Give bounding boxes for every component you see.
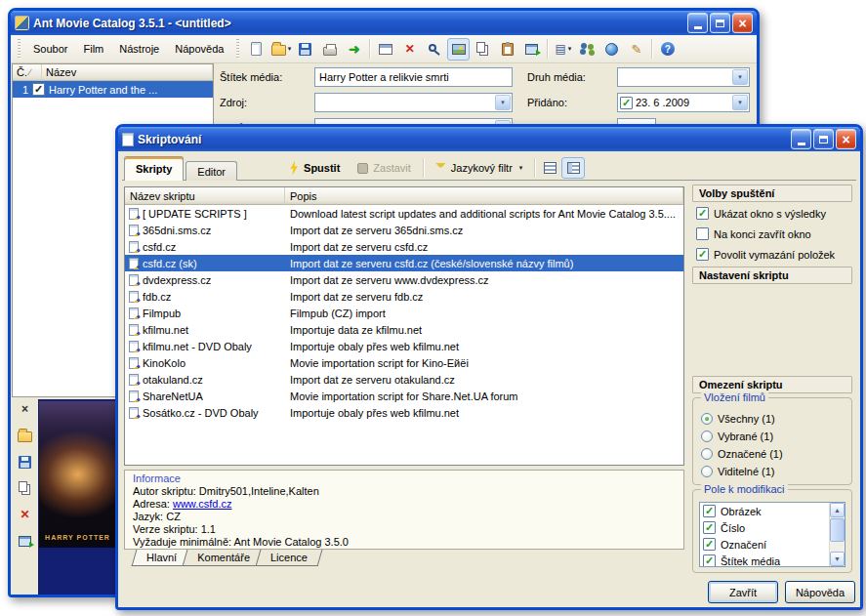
toolbar-grip[interactable] bbox=[236, 39, 239, 59]
load-picture-button[interactable] bbox=[15, 427, 36, 444]
minimize-button[interactable] bbox=[687, 13, 708, 33]
radio-button[interactable] bbox=[701, 431, 713, 442]
added-date-combo[interactable]: ✓ 23. 6 .2009 ▼ bbox=[617, 93, 750, 112]
export-button[interactable] bbox=[520, 38, 543, 61]
paste-button[interactable] bbox=[496, 38, 518, 61]
script-row[interactable]: csfd.cz (sk)Import dat ze serveru csfd.c… bbox=[125, 255, 683, 271]
language-filter-button[interactable]: Jazykový filtr ▾ bbox=[427, 157, 531, 179]
save-picture-button[interactable] bbox=[15, 453, 36, 471]
movie-poster[interactable]: HARRY POTTER bbox=[39, 401, 116, 548]
info-tab-licence[interactable]: Licence bbox=[258, 550, 320, 566]
copy-picture-button[interactable] bbox=[15, 479, 36, 497]
menu-item-3[interactable]: Nápověda bbox=[167, 39, 231, 59]
script-row[interactable]: fdb.czImport dat ze serveru fdb.cz bbox=[125, 288, 683, 305]
script-row[interactable]: [ UPDATE SCRIPTS ]Download latest script… bbox=[125, 205, 683, 222]
chevron-down-icon[interactable]: ▼ bbox=[495, 95, 511, 110]
script-row[interactable]: ShareNetUAMovie importation script for S… bbox=[125, 388, 683, 404]
script-row[interactable]: dvdexpress.czImport dat ze serveru www.d… bbox=[125, 271, 683, 288]
checkbox[interactable]: ✓ bbox=[703, 554, 716, 567]
script-row[interactable]: KinoKoloMovie importation script for Kin… bbox=[125, 354, 683, 371]
script-row[interactable]: Sosátko.cz - DVD ObalyImportuje obaly př… bbox=[125, 404, 683, 421]
scroll-down-icon[interactable]: ▼ bbox=[830, 552, 845, 566]
column-header-title[interactable]: Název bbox=[42, 64, 213, 81]
tab-skripty[interactable]: Skripty bbox=[124, 156, 184, 181]
menu-item-2[interactable]: Nástroje bbox=[111, 39, 167, 59]
checkbox[interactable]: ✓ bbox=[620, 97, 633, 109]
column-header-number[interactable]: Č. ∕ bbox=[13, 64, 42, 81]
add-movie-button[interactable] bbox=[374, 38, 396, 61]
chevron-down-icon[interactable]: ▼ bbox=[732, 95, 748, 110]
web-button[interactable] bbox=[600, 38, 623, 61]
print-button[interactable] bbox=[318, 38, 341, 61]
close-button[interactable]: × bbox=[732, 13, 753, 33]
field-option[interactable]: ✓Označení bbox=[700, 536, 845, 553]
picture-window-button[interactable] bbox=[15, 532, 36, 550]
script-name-cell: Filmpub bbox=[125, 308, 285, 319]
movie-row[interactable]: 1 ✓ Harry Potter and the ... bbox=[13, 81, 213, 98]
scroll-up-icon[interactable]: ▲ bbox=[830, 503, 845, 517]
menu-item-1[interactable]: Film bbox=[75, 39, 111, 59]
script-row[interactable]: 365dni.sms.czImport dat ze serveru 365dn… bbox=[125, 222, 683, 238]
help-button[interactable]: ? bbox=[656, 38, 679, 61]
field-option[interactable]: ✓Obrázek bbox=[700, 503, 845, 519]
script-row[interactable]: FilmpubFilmpub (CZ) import bbox=[125, 305, 683, 321]
dialog-titlebar[interactable]: Skriptování × bbox=[118, 127, 860, 151]
radio-button[interactable] bbox=[701, 466, 713, 477]
help-button[interactable]: Nápověda bbox=[785, 581, 855, 603]
radio-button[interactable] bbox=[701, 413, 713, 425]
view-list-button[interactable] bbox=[538, 157, 561, 179]
script-row[interactable]: otakuland.czImport dat ze serveru otakul… bbox=[125, 371, 683, 388]
media-label-label: Štítek média: bbox=[220, 71, 282, 83]
import-button[interactable]: ➜ bbox=[343, 38, 365, 61]
scroll-thumb[interactable] bbox=[830, 518, 845, 542]
info-tab-komentare[interactable]: Komentáře bbox=[185, 550, 263, 566]
minimize-button[interactable] bbox=[791, 129, 811, 149]
menu-item-0[interactable]: Soubor bbox=[25, 39, 75, 59]
loans-button[interactable] bbox=[576, 38, 598, 61]
picture-button[interactable] bbox=[447, 38, 470, 61]
checkbox[interactable]: ✓ bbox=[703, 538, 716, 551]
script-editor-button[interactable]: ✎ bbox=[625, 38, 647, 61]
checkbox[interactable]: ✓ bbox=[703, 521, 716, 534]
checkbox[interactable]: ✓ bbox=[696, 248, 709, 261]
checkbox[interactable]: ✓ bbox=[703, 505, 716, 517]
view-details-button[interactable] bbox=[561, 157, 585, 179]
close-dialog-button[interactable]: Zavřít bbox=[708, 581, 778, 603]
media-type-combo[interactable]: ▼ bbox=[617, 67, 750, 87]
checkbox[interactable] bbox=[696, 227, 709, 240]
save-button[interactable] bbox=[294, 38, 316, 61]
media-label-input[interactable]: Harry Potter a relikvie smrti bbox=[314, 67, 513, 87]
open-file-button[interactable]: ▾ bbox=[269, 38, 292, 61]
delete-movie-button[interactable]: ✕ bbox=[398, 38, 421, 61]
tab-editor[interactable]: Editor bbox=[186, 161, 237, 181]
script-row[interactable]: csfd.czImport dat ze serveru csfd.cz bbox=[125, 238, 683, 255]
script-row[interactable]: kfilmu.net - DVD ObalyImportuje obaly př… bbox=[125, 338, 683, 354]
main-titlebar[interactable]: Ant Movie Catalog 3.5.1 - <untitled> × bbox=[11, 11, 757, 35]
field-option[interactable]: ✓Štítek média bbox=[700, 553, 845, 567]
checkbox[interactable]: ✓ bbox=[32, 83, 45, 96]
copy-button[interactable] bbox=[472, 38, 494, 61]
script-row[interactable]: kfilmu.netImportuje data ze kfilmu.net bbox=[125, 321, 683, 338]
field-option[interactable]: ✓Číslo bbox=[700, 519, 845, 536]
run-button[interactable]: Spustit bbox=[280, 157, 349, 179]
website-link[interactable]: www.csfd.cz bbox=[173, 498, 232, 510]
stop-button[interactable]: Zastavit bbox=[349, 157, 420, 179]
radio-button[interactable] bbox=[701, 448, 713, 460]
chevron-down-icon[interactable]: ▼ bbox=[732, 69, 748, 85]
close-button[interactable]: × bbox=[836, 129, 856, 149]
delete-picture-button[interactable]: ✕ bbox=[15, 506, 36, 523]
scrollbar[interactable]: ▲ ▼ bbox=[829, 503, 845, 566]
toolbar-separator bbox=[423, 158, 424, 178]
source-combo[interactable]: ▼ bbox=[314, 93, 513, 112]
maximize-button[interactable] bbox=[813, 129, 834, 149]
view-menu-button[interactable]: ▤▾ bbox=[552, 38, 574, 61]
menu-grip[interactable] bbox=[18, 39, 21, 59]
maximize-button[interactable] bbox=[710, 13, 730, 33]
info-tab-hlavni[interactable]: Hlavní bbox=[134, 550, 189, 566]
close-picture-panel-button[interactable]: × bbox=[15, 400, 36, 418]
new-file-button[interactable] bbox=[245, 38, 268, 61]
column-header-description[interactable]: Popis bbox=[285, 187, 683, 205]
column-header-script-name[interactable]: Název skriptu bbox=[125, 187, 285, 205]
checkbox[interactable]: ✓ bbox=[696, 207, 709, 220]
search-button[interactable] bbox=[423, 38, 445, 61]
